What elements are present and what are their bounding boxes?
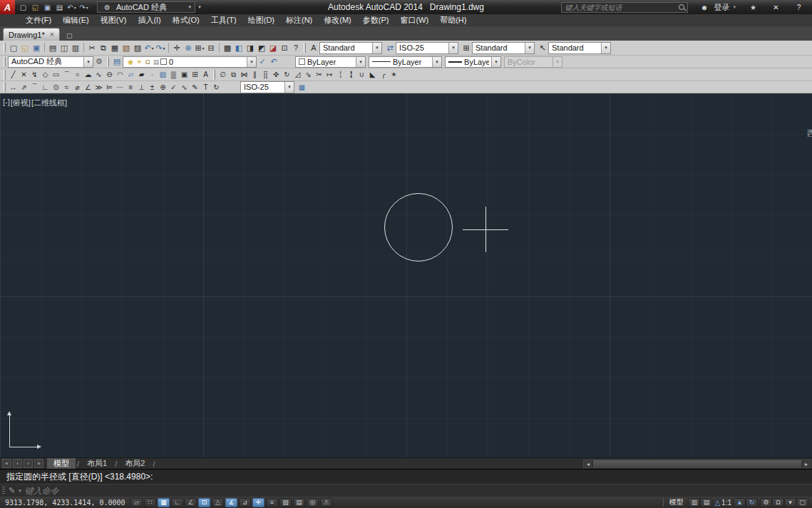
infer-constraints-toggle[interactable]: ▱ — [130, 498, 143, 507]
quick-dimension-icon[interactable]: ≫ — [93, 81, 104, 93]
table-style-icon[interactable]: ⊞ — [461, 42, 472, 53]
hatch-icon[interactable]: ▧ — [158, 69, 168, 81]
layer-plot-icon[interactable]: ▤ — [152, 58, 160, 66]
qnew-icon[interactable]: ▢ — [17, 1, 29, 13]
chevron-down-icon[interactable]: ▾ — [83, 57, 93, 67]
break-icon[interactable]: ╏ — [346, 69, 356, 81]
sign-in-button[interactable]: ☻ 登录 ▾ — [695, 1, 739, 13]
save-icon[interactable]: ▣ — [41, 1, 53, 13]
make-block-icon[interactable]: ▰ — [136, 69, 147, 81]
break-at-point-icon[interactable]: ╎ — [335, 69, 346, 81]
open-icon[interactable]: ◱ — [29, 1, 41, 13]
aligned-dimension-icon[interactable]: ⇗ — [19, 81, 29, 93]
first-tab-icon[interactable]: « — [2, 459, 11, 468]
scroll-left-icon[interactable]: ◂ — [584, 460, 592, 467]
offset-icon[interactable]: ∥ — [250, 69, 260, 81]
menu-help[interactable]: 帮助(H) — [434, 14, 472, 26]
stretch-icon[interactable]: ⇘ — [303, 69, 314, 81]
save-icon[interactable]: ▣ — [31, 42, 42, 53]
revision-cloud-icon[interactable]: ☁ — [83, 69, 93, 81]
construction-line-icon[interactable]: ✕ — [19, 69, 29, 81]
rectangle-icon[interactable]: ▭ — [51, 69, 61, 81]
chevron-down-icon[interactable]: ▾ — [247, 57, 256, 67]
view-control[interactable]: [俯视] — [11, 98, 31, 108]
designcenter-icon[interactable]: ◧ — [233, 42, 245, 53]
application-menu-button[interactable]: A — [0, 0, 15, 14]
make-object-layer-current-icon[interactable]: ✓ — [257, 56, 268, 68]
baseline-dimension-icon[interactable]: ⊨ — [104, 81, 115, 93]
chevron-down-icon[interactable]: ▾ — [432, 57, 441, 67]
menu-modify[interactable]: 修改(M) — [318, 14, 357, 26]
chevron-down-icon[interactable]: ▾ — [448, 43, 458, 53]
mirror-icon[interactable]: ⋈ — [239, 69, 250, 81]
command-window-grip[interactable] — [2, 487, 5, 495]
scrollbar-thumb[interactable] — [592, 460, 802, 467]
quickcalc-icon[interactable]: ⊡ — [279, 42, 290, 53]
polyline-icon[interactable]: ↯ — [29, 69, 40, 81]
ellipse-arc-icon[interactable]: ◠ — [115, 69, 125, 81]
undo-icon[interactable]: ↶▾ — [143, 42, 155, 53]
insert-block-icon[interactable]: ▱ — [125, 69, 136, 81]
copy-clip-icon[interactable]: ⧉ — [98, 42, 109, 53]
tolerance-icon[interactable]: ± — [147, 81, 158, 93]
help-toolbar-icon[interactable]: ? — [290, 42, 302, 53]
dimension-style-combo[interactable]: ISO-25 ▾ — [240, 81, 294, 93]
trim-icon[interactable]: ✂ — [314, 69, 324, 81]
explode-icon[interactable]: ✶ — [389, 69, 399, 81]
menu-draw[interactable]: 绘图(D) — [242, 14, 280, 26]
layout1-tab[interactable]: 布局1 — [81, 458, 113, 470]
dimension-style-manager-icon[interactable]: ▦ — [297, 81, 307, 93]
match-properties-icon[interactable]: ▧ — [120, 42, 132, 53]
new-drawing-tab-icon[interactable]: ▢ — [63, 30, 75, 41]
polygon-icon[interactable]: ◇ — [40, 69, 51, 81]
osnap-toggle[interactable]: ⊡ — [198, 498, 210, 507]
ucs-icon[interactable] — [9, 411, 43, 449]
copy-icon[interactable]: ⧉ — [228, 69, 239, 81]
tool-palettes-icon[interactable]: ◨ — [245, 42, 256, 53]
point-icon[interactable]: ∙ — [147, 69, 158, 81]
quick-view-drawings-icon[interactable]: ▤ — [700, 498, 712, 507]
plot-preview-icon[interactable]: ◫ — [58, 42, 70, 53]
jogged-dimension-icon[interactable]: ≈ — [61, 81, 72, 93]
layer-lock-icon[interactable]: Ω — [143, 58, 152, 66]
layout2-tab[interactable]: 布局2 — [118, 458, 151, 470]
diameter-dimension-icon[interactable]: ⌀ — [72, 81, 83, 93]
last-tab-icon[interactable]: » — [34, 459, 43, 468]
text-style-combo[interactable]: Standard▾ — [319, 42, 382, 54]
menu-parametric[interactable]: 参数(P) — [357, 14, 395, 26]
move-icon[interactable]: ✜ — [271, 69, 282, 81]
rotate-icon[interactable]: ↻ — [282, 69, 292, 81]
scale-icon[interactable]: ◿ — [292, 69, 303, 81]
dim-style-icon[interactable]: ⇄ — [384, 42, 396, 53]
autoscale-icon[interactable]: ↻ — [746, 498, 758, 507]
prev-tab-icon[interactable]: ‹ — [13, 459, 22, 468]
toolbar-grip[interactable] — [4, 43, 6, 53]
text-style-icon[interactable]: A — [308, 42, 319, 53]
publish-icon[interactable]: ▥ — [70, 42, 81, 53]
grid-toggle[interactable]: ▦ — [158, 498, 170, 507]
qnew-icon[interactable]: ▢ — [8, 42, 19, 53]
command-input[interactable] — [25, 486, 239, 496]
dimension-space-icon[interactable]: ≡ — [125, 81, 136, 93]
otrack-toggle[interactable]: ∡ — [225, 498, 237, 507]
region-icon[interactable]: ▣ — [179, 69, 190, 81]
dimension-edit-icon[interactable]: ✎ — [190, 81, 200, 93]
close-icon[interactable]: × — [50, 31, 54, 38]
annotation-scale-button[interactable]: △ 1:1 — [714, 499, 731, 507]
toolbar-grip[interactable] — [107, 57, 109, 67]
line-icon[interactable]: ╱ — [8, 69, 19, 81]
linetype-combo[interactable]: ByLayer ▾ — [369, 56, 442, 68]
toolbar-grip[interactable] — [213, 70, 215, 80]
ordinate-dimension-icon[interactable]: ∟ — [40, 81, 51, 93]
polar-toggle[interactable]: ∠ — [185, 498, 197, 507]
search-icon[interactable] — [679, 4, 684, 10]
qat-menu-caret-icon[interactable]: ▾ — [195, 4, 204, 10]
zoom-previous-icon[interactable]: ⊟ — [205, 42, 217, 53]
sheet-set-manager-icon[interactable]: ◩ — [256, 42, 267, 53]
help-icon[interactable]: ? — [793, 1, 805, 13]
model-space-button[interactable]: 模型 — [666, 497, 686, 507]
menu-file[interactable]: 文件(F) — [20, 14, 57, 26]
chevron-down-icon[interactable]: ▾ — [284, 82, 294, 93]
angular-dimension-icon[interactable]: ∠ — [83, 81, 93, 93]
horizontal-scrollbar[interactable]: ◂ ▸ — [583, 460, 811, 468]
